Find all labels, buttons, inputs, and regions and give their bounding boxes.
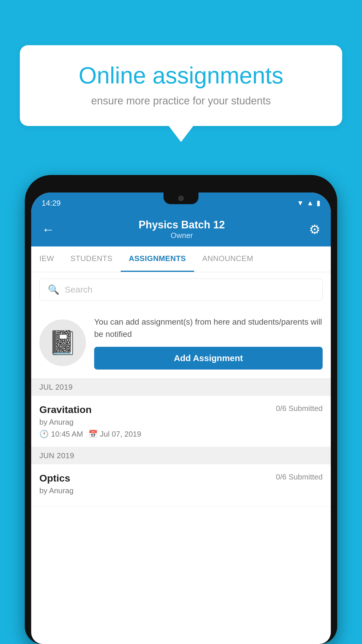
assignment-submitted-optics: 0/6 Submitted bbox=[276, 473, 323, 482]
assignment-header-optics: Optics 0/6 Submitted bbox=[39, 473, 323, 484]
notch bbox=[164, 192, 198, 204]
app-header: ← Physics Batch 12 Owner ⚙ bbox=[31, 214, 331, 246]
assignment-header: Gravitation 0/6 Submitted bbox=[39, 404, 323, 415]
clock-icon: 🕐 bbox=[39, 430, 49, 439]
assignment-title-optics: Optics bbox=[39, 473, 70, 484]
search-container: 🔍 Search bbox=[31, 272, 331, 307]
notebook-icon: 📓 bbox=[48, 329, 77, 356]
phone-frame: 14:29 ▼ ▲ ▮ ← Physics Batch 12 Owner ⚙ I… bbox=[25, 175, 337, 644]
promo-text-area: You can add assignment(s) from here and … bbox=[94, 316, 323, 370]
phone-screen: 14:29 ▼ ▲ ▮ ← Physics Batch 12 Owner ⚙ I… bbox=[31, 192, 331, 644]
section-jun-2019: JUN 2019 bbox=[31, 447, 331, 464]
search-placeholder: Search bbox=[65, 285, 92, 295]
assignment-date: Jul 07, 2019 bbox=[100, 430, 141, 439]
search-bar[interactable]: 🔍 Search bbox=[39, 279, 323, 301]
search-icon: 🔍 bbox=[48, 284, 59, 295]
tab-announcements[interactable]: ANNOUNCEM bbox=[194, 246, 261, 272]
section-jul-2019: JUL 2019 bbox=[31, 379, 331, 396]
calendar-icon: 📅 bbox=[88, 430, 98, 439]
tab-students[interactable]: STUDENTS bbox=[62, 246, 121, 272]
assignment-time: 10:45 AM bbox=[51, 430, 83, 439]
assignment-meta-optics: by Anurag bbox=[39, 486, 323, 495]
time-item: 🕐 10:45 AM bbox=[39, 430, 83, 439]
speech-bubble-tail bbox=[169, 126, 193, 142]
speech-bubble-title: Online assignments bbox=[40, 63, 322, 88]
assignment-item-gravitation[interactable]: Gravitation 0/6 Submitted by Anurag 🕐 10… bbox=[31, 396, 331, 447]
battery-icon: ▮ bbox=[317, 199, 320, 207]
promo-section: 📓 You can add assignment(s) from here an… bbox=[31, 307, 331, 379]
signal-icon: ▲ bbox=[307, 199, 314, 207]
assignment-submitted-gravitation: 0/6 Submitted bbox=[276, 404, 323, 413]
speech-bubble: Online assignments ensure more practice … bbox=[20, 45, 342, 126]
speech-bubble-container: Online assignments ensure more practice … bbox=[20, 45, 342, 142]
assignment-meta-gravitation: by Anurag bbox=[39, 418, 323, 427]
header-subtitle: Owner bbox=[55, 231, 309, 240]
header-center: Physics Batch 12 Owner bbox=[55, 219, 309, 240]
header-title: Physics Batch 12 bbox=[55, 219, 309, 231]
settings-icon[interactable]: ⚙ bbox=[309, 222, 320, 237]
status-icons: ▼ ▲ ▮ bbox=[297, 199, 320, 207]
assignment-item-optics[interactable]: Optics 0/6 Submitted by Anurag bbox=[31, 464, 331, 507]
status-time: 14:29 bbox=[42, 199, 61, 208]
assignment-time-date: 🕐 10:45 AM 📅 Jul 07, 2019 bbox=[39, 430, 323, 439]
back-button[interactable]: ← bbox=[42, 222, 55, 237]
status-bar: 14:29 ▼ ▲ ▮ bbox=[31, 192, 331, 214]
tab-assignments[interactable]: ASSIGNMENTS bbox=[121, 246, 194, 272]
promo-description: You can add assignment(s) from here and … bbox=[94, 316, 323, 340]
tabs-container: IEW STUDENTS ASSIGNMENTS ANNOUNCEM bbox=[31, 246, 331, 272]
assignment-title-gravitation: Gravitation bbox=[39, 404, 92, 415]
speech-bubble-subtitle: ensure more practice for your students bbox=[40, 95, 322, 107]
camera-dot bbox=[178, 195, 184, 201]
promo-icon-circle: 📓 bbox=[39, 319, 86, 366]
wifi-icon: ▼ bbox=[297, 199, 304, 207]
tab-iew[interactable]: IEW bbox=[31, 246, 62, 272]
add-assignment-button[interactable]: Add Assignment bbox=[94, 347, 323, 370]
date-item: 📅 Jul 07, 2019 bbox=[88, 430, 141, 439]
